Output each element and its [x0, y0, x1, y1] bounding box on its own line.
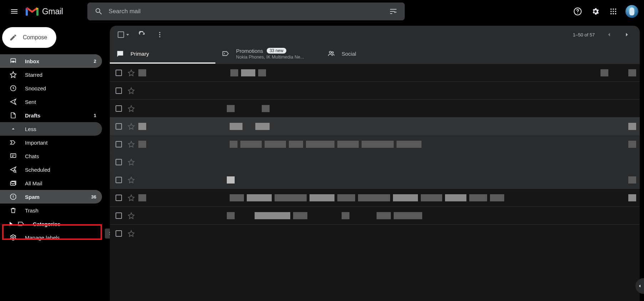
search-icon[interactable]: [90, 3, 107, 20]
row-checkbox[interactable]: [116, 123, 122, 130]
row-star[interactable]: [128, 123, 135, 130]
svg-point-24: [329, 51, 332, 54]
sidebar-item-label: Trash: [25, 207, 96, 214]
svg-point-12: [615, 13, 617, 15]
account-avatar[interactable]: [625, 5, 638, 18]
sidebar-item-label: Inbox: [25, 58, 86, 64]
mail-row[interactable]: [110, 189, 640, 206]
sidebar-item-label: Scheduled: [25, 167, 96, 173]
search-bar[interactable]: [87, 2, 405, 20]
tab-social[interactable]: Social: [321, 44, 426, 64]
help-icon: [573, 7, 582, 16]
svg-point-8: [613, 11, 614, 12]
sidebar-item-chats[interactable]: Chats: [0, 149, 102, 163]
mail-row[interactable]: [110, 171, 640, 189]
sidebar-item-spam[interactable]: Spam 36: [0, 190, 102, 204]
mail-list: [110, 64, 640, 301]
prev-page-button[interactable]: [603, 28, 615, 41]
redacted-content: [138, 123, 636, 130]
header-actions: [570, 4, 638, 19]
mail-row[interactable]: [110, 135, 640, 153]
mail-row[interactable]: [110, 206, 640, 224]
chevron-left-icon: [605, 31, 613, 38]
row-checkbox[interactable]: [116, 141, 122, 147]
svg-point-3: [577, 13, 578, 14]
row-checkbox[interactable]: [116, 159, 122, 165]
compose-button[interactable]: Compose: [2, 27, 56, 48]
sidebar-item-important[interactable]: Important: [0, 136, 102, 149]
svg-point-4: [610, 9, 612, 10]
tab-badge: 33 new: [267, 48, 286, 54]
promotions-tab-icon: [222, 50, 230, 57]
row-checkbox[interactable]: [116, 230, 122, 237]
svg-point-25: [332, 52, 333, 54]
sidebar-item-allmail[interactable]: All Mail: [0, 176, 102, 190]
redacted-content: [138, 176, 636, 184]
tab-primary[interactable]: Primary: [110, 44, 215, 64]
next-page-button[interactable]: [620, 28, 633, 41]
scheduled-icon: [9, 166, 17, 174]
svg-point-9: [615, 11, 617, 12]
more-button[interactable]: [153, 28, 166, 41]
select-all-checkbox[interactable]: [116, 30, 131, 39]
support-button[interactable]: [570, 4, 586, 19]
tab-promotions[interactable]: Promotions 33 new Nokia Phones, IK Multi…: [215, 44, 321, 64]
row-star[interactable]: [128, 212, 135, 219]
mail-row[interactable]: [110, 99, 640, 117]
settings-button[interactable]: [588, 4, 603, 19]
main-menu-button[interactable]: [6, 3, 23, 20]
sidebar-item-categories[interactable]: Categories: [0, 217, 102, 231]
row-star[interactable]: [128, 176, 135, 184]
sidebar-item-trash[interactable]: Trash: [0, 204, 102, 217]
sidebar-item-less[interactable]: Less: [0, 122, 102, 136]
send-icon: [9, 98, 17, 106]
refresh-button[interactable]: [136, 28, 148, 41]
mail-row[interactable]: [110, 64, 640, 81]
svg-point-11: [613, 13, 614, 15]
sidebar-item-snoozed[interactable]: Snoozed: [0, 81, 102, 95]
row-checkbox[interactable]: [116, 212, 122, 219]
sidebar-item-sent[interactable]: Sent: [0, 95, 102, 109]
search-input[interactable]: [107, 8, 385, 15]
refresh-icon: [138, 31, 145, 38]
gmail-logo-icon: [26, 6, 39, 16]
trash-icon: [9, 206, 17, 214]
row-star[interactable]: [128, 69, 135, 76]
logo-area[interactable]: Gmail: [26, 6, 63, 16]
svg-rect-14: [11, 154, 16, 157]
more-vert-icon: [156, 31, 163, 38]
sidebar-item-scheduled[interactable]: Scheduled: [0, 163, 102, 176]
mail-row[interactable]: [110, 224, 640, 242]
sidebar-item-label: Manage labels: [25, 235, 96, 241]
search-options-icon[interactable]: [385, 3, 402, 20]
chat-icon: [9, 152, 17, 160]
sidebar-item-inbox[interactable]: Inbox 2: [0, 54, 102, 68]
row-checkbox[interactable]: [116, 87, 122, 94]
category-tabs: Primary Promotions 33 new Nokia Phones, …: [110, 44, 640, 64]
mail-row[interactable]: [110, 153, 640, 171]
mail-row[interactable]: [110, 117, 640, 135]
row-star[interactable]: [128, 105, 135, 112]
sidebar-item-starred[interactable]: Starred: [0, 68, 102, 81]
row-checkbox[interactable]: [116, 177, 122, 183]
row-checkbox[interactable]: [116, 70, 122, 76]
row-star[interactable]: [128, 141, 135, 148]
row-star[interactable]: [128, 230, 135, 237]
row-checkbox[interactable]: [116, 195, 122, 201]
row-star[interactable]: [128, 194, 135, 201]
row-checkbox[interactable]: [116, 105, 122, 112]
sidebar-item-label: Drafts: [25, 112, 86, 119]
google-apps-button[interactable]: [605, 4, 621, 19]
sidebar-item-label: Important: [25, 140, 96, 146]
row-star[interactable]: [128, 159, 135, 166]
chevron-left-icon: [637, 283, 643, 289]
sidebar-item-manage-labels[interactable]: Manage labels: [0, 231, 102, 244]
sidebar-item-drafts[interactable]: Drafts 1: [0, 109, 102, 122]
sidebar-item-label: Categories: [33, 221, 96, 227]
mail-row[interactable]: [110, 81, 640, 99]
sidebar-item-label: Sent: [25, 99, 96, 105]
svg-point-22: [159, 36, 160, 37]
svg-point-6: [615, 9, 617, 10]
row-star[interactable]: [128, 87, 135, 94]
body-area: Compose Inbox 2 Starred Snoozed Sent Dra…: [0, 23, 644, 301]
